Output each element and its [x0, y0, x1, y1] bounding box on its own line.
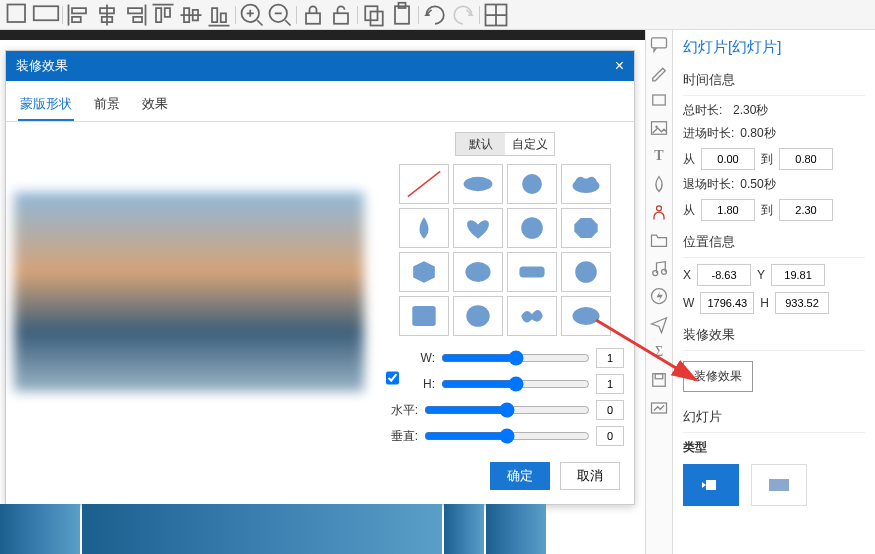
redo-icon[interactable]	[449, 3, 477, 27]
close-icon[interactable]: ×	[615, 57, 624, 75]
shape-brush3[interactable]	[561, 296, 611, 336]
exit-from-input[interactable]	[701, 199, 755, 221]
pencil-icon[interactable]	[649, 62, 669, 82]
copy-icon[interactable]	[360, 3, 388, 27]
svg-rect-21	[519, 267, 544, 278]
svg-point-16	[586, 177, 597, 188]
h-label: H	[760, 296, 769, 310]
type-option-2[interactable]	[751, 464, 807, 506]
shape-blob2[interactable]	[561, 252, 611, 292]
gallery-icon[interactable]	[649, 398, 669, 418]
vert-slider[interactable]	[424, 428, 590, 444]
x-input[interactable]	[697, 264, 751, 286]
horiz-value[interactable]	[596, 400, 624, 420]
tool-device-icon[interactable]	[32, 3, 60, 27]
timeline-thumb[interactable]	[82, 504, 442, 554]
type-option-1[interactable]	[683, 464, 739, 506]
timeline-thumb[interactable]	[444, 504, 484, 554]
unlock-icon[interactable]	[327, 3, 355, 27]
shape-heart[interactable]	[453, 208, 503, 248]
tab-effect[interactable]: 效果	[140, 89, 170, 121]
shape-square[interactable]	[399, 296, 449, 336]
to-label: 到	[761, 151, 773, 168]
w-value[interactable]	[596, 348, 624, 368]
text-icon[interactable]: T	[649, 146, 669, 166]
enter-duration-label: 进场时长:	[683, 125, 734, 142]
shape-grid	[386, 164, 624, 336]
exit-duration-value: 0.50秒	[740, 176, 775, 193]
shape-cloud[interactable]	[561, 164, 611, 204]
shape-brush2[interactable]	[507, 252, 557, 292]
ok-button[interactable]: 确定	[490, 462, 550, 490]
align-bottom-icon[interactable]	[205, 3, 233, 27]
dialog-tabs: 蒙版形状 前景 效果	[6, 81, 634, 122]
shape-hexagon[interactable]	[399, 252, 449, 292]
save-icon[interactable]	[649, 370, 669, 390]
shape-splat1[interactable]	[507, 164, 557, 204]
horiz-slider[interactable]	[424, 402, 590, 418]
rect-icon[interactable]	[649, 90, 669, 110]
lock-icon[interactable]	[299, 3, 327, 27]
shape-octagon[interactable]	[561, 208, 611, 248]
to-label-2: 到	[761, 202, 773, 219]
svg-point-24	[466, 305, 489, 327]
align-right-icon[interactable]	[121, 3, 149, 27]
shape-splat2[interactable]	[507, 296, 557, 336]
cancel-button[interactable]: 取消	[560, 462, 620, 490]
zoom-out-icon[interactable]	[266, 3, 294, 27]
h-slider[interactable]	[441, 376, 590, 392]
shape-tab-custom[interactable]: 自定义	[505, 133, 554, 155]
align-hcenter-icon[interactable]	[93, 3, 121, 27]
svg-point-25	[573, 307, 600, 325]
enter-to-input[interactable]	[779, 148, 833, 170]
tool-crop-icon[interactable]	[4, 3, 32, 27]
enter-from-input[interactable]	[701, 148, 755, 170]
shape-none[interactable]	[399, 164, 449, 204]
flash-icon[interactable]	[649, 286, 669, 306]
w-input[interactable]	[700, 292, 754, 314]
w-label: W	[683, 296, 694, 310]
effect-button[interactable]: 装修效果	[683, 361, 753, 392]
drop-icon[interactable]	[649, 174, 669, 194]
svg-rect-26	[652, 38, 667, 48]
folder-icon[interactable]	[649, 230, 669, 250]
vert-value[interactable]	[596, 426, 624, 446]
lock-ratio-checkbox[interactable]	[386, 356, 399, 400]
top-toolbar	[0, 0, 875, 30]
svg-rect-0	[8, 4, 26, 22]
svg-point-22	[575, 261, 597, 283]
timeline-thumb[interactable]	[486, 504, 546, 554]
undo-icon[interactable]	[421, 3, 449, 27]
y-input[interactable]	[771, 264, 825, 286]
timeline-thumb[interactable]	[0, 504, 80, 554]
image-icon[interactable]	[649, 118, 669, 138]
exit-to-input[interactable]	[779, 199, 833, 221]
tab-foreground[interactable]: 前景	[92, 89, 122, 121]
shape-brush1[interactable]	[453, 164, 503, 204]
shape-tab-group: 默认 自定义	[455, 132, 555, 156]
preview-panel	[6, 132, 376, 452]
paste-icon[interactable]	[388, 3, 416, 27]
plane-icon[interactable]	[649, 314, 669, 334]
w-slider[interactable]	[441, 350, 590, 366]
h-value[interactable]	[596, 374, 624, 394]
shape-drop[interactable]	[399, 208, 449, 248]
shape-blob3[interactable]	[453, 296, 503, 336]
grid-icon[interactable]	[482, 3, 510, 27]
tab-mask-shape[interactable]: 蒙版形状	[18, 89, 74, 121]
shape-circle[interactable]	[507, 208, 557, 248]
shape-blob1[interactable]	[453, 252, 503, 292]
sigma-icon[interactable]: Σ	[649, 342, 669, 362]
align-vcenter-icon[interactable]	[177, 3, 205, 27]
shape-tab-default[interactable]: 默认	[456, 133, 505, 155]
zoom-in-icon[interactable]	[238, 3, 266, 27]
svg-rect-1	[34, 6, 59, 20]
h-input[interactable]	[775, 292, 829, 314]
align-top-icon[interactable]	[149, 3, 177, 27]
align-left-icon[interactable]	[65, 3, 93, 27]
chat-icon[interactable]	[649, 34, 669, 54]
music-icon[interactable]	[649, 258, 669, 278]
svg-point-17	[521, 217, 543, 239]
person-icon[interactable]	[649, 202, 669, 222]
from-label-2: 从	[683, 202, 695, 219]
